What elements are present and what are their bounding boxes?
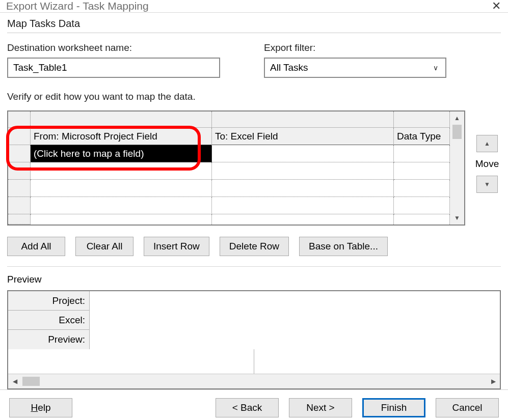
preview-value-excel bbox=[90, 311, 500, 330]
empty-type-3[interactable] bbox=[394, 180, 450, 197]
base-on-table-button[interactable]: Base on Table... bbox=[299, 237, 388, 256]
grid-vertical-scrollbar[interactable]: ▲ ▼ bbox=[450, 111, 464, 225]
add-all-button[interactable]: Add All bbox=[7, 237, 65, 256]
preview-title: Preview bbox=[7, 274, 501, 285]
hscroll-left-icon[interactable]: ◀ bbox=[8, 375, 21, 387]
mapping-grid[interactable]: From: Microsoft Project Field To: Excel … bbox=[7, 110, 465, 226]
worksheet-input[interactable] bbox=[7, 58, 220, 78]
empty-to-2[interactable] bbox=[212, 162, 394, 180]
move-column: ▲ Move ▼ bbox=[473, 110, 501, 226]
preview-box: Project: Excel: Preview: ◀ bbox=[7, 290, 501, 389]
grid-buttons-row: Add All Clear All Insert Row Delete Row … bbox=[7, 237, 501, 256]
insert-row-button[interactable]: Insert Row bbox=[144, 237, 209, 256]
header-type[interactable]: Data Type bbox=[394, 128, 450, 145]
row-selector-head[interactable] bbox=[8, 111, 31, 128]
preview-rows: Project: Excel: Preview: bbox=[8, 291, 500, 374]
chevron-down-icon: ∨ bbox=[433, 64, 440, 72]
mapping-area: From: Microsoft Project Field To: Excel … bbox=[7, 110, 501, 226]
grid-data-row-4 bbox=[8, 197, 450, 214]
filter-value: All Tasks bbox=[270, 62, 308, 73]
preview-label-excel: Excel: bbox=[8, 311, 90, 330]
mapping-grid-wrap: From: Microsoft Project Field To: Excel … bbox=[7, 110, 465, 226]
wizard-footer: Help < Back Next > Finish Cancel bbox=[0, 389, 508, 420]
row-head-3[interactable] bbox=[8, 180, 31, 197]
empty-type-5[interactable] bbox=[394, 214, 450, 225]
section-title: Map Tasks Data bbox=[7, 18, 501, 30]
empty-to-4[interactable] bbox=[212, 197, 394, 214]
preview-row-project: Project: bbox=[8, 291, 500, 311]
move-label: Move bbox=[475, 158, 499, 170]
header-to[interactable]: To: Excel Field bbox=[212, 128, 394, 145]
empty-to-5[interactable] bbox=[212, 214, 394, 225]
grid-data-row-2 bbox=[8, 162, 450, 180]
titlebar: Export Wizard - Task Mapping ✕ bbox=[0, 0, 508, 13]
preview-row-blank bbox=[8, 349, 500, 374]
preview-blank-right bbox=[254, 349, 500, 374]
spacer-to bbox=[212, 111, 394, 128]
move-down-button[interactable]: ▼ bbox=[476, 176, 498, 193]
hscroll-thumb[interactable] bbox=[22, 377, 40, 386]
preview-label-preview: Preview: bbox=[8, 330, 90, 349]
close-icon[interactable]: ✕ bbox=[492, 1, 501, 12]
triangle-down-icon: ▼ bbox=[484, 181, 490, 188]
cancel-button[interactable]: Cancel bbox=[436, 398, 499, 417]
finish-button[interactable]: Finish bbox=[362, 398, 425, 417]
grid-body: From: Microsoft Project Field To: Excel … bbox=[8, 111, 450, 225]
grid-data-row-5 bbox=[8, 214, 450, 225]
row-head-2[interactable] bbox=[8, 162, 31, 180]
scroll-thumb[interactable] bbox=[452, 125, 462, 139]
delete-row-button[interactable]: Delete Row bbox=[220, 237, 289, 256]
export-wizard-window: Export Wizard - Task Mapping ✕ Map Tasks… bbox=[0, 0, 508, 420]
filter-field: Export filter: All Tasks ∨ bbox=[264, 42, 447, 78]
map-field-type-cell[interactable] bbox=[394, 145, 450, 162]
preview-value-project bbox=[90, 291, 500, 311]
divider bbox=[7, 33, 501, 33]
preview-value-preview bbox=[90, 330, 500, 349]
worksheet-field: Destination worksheet name: bbox=[7, 42, 223, 78]
worksheet-label: Destination worksheet name: bbox=[7, 42, 223, 53]
scroll-down-icon[interactable]: ▼ bbox=[451, 212, 463, 223]
preview-row-excel: Excel: bbox=[8, 311, 500, 330]
preview-label-project: Project: bbox=[8, 291, 90, 311]
next-button[interactable]: Next > bbox=[289, 398, 352, 417]
header-from[interactable]: From: Microsoft Project Field bbox=[31, 128, 212, 145]
preview-row-preview: Preview: bbox=[8, 330, 500, 349]
help-button[interactable]: Help bbox=[9, 398, 72, 417]
row-head-5[interactable] bbox=[8, 214, 31, 225]
triangle-up-icon: ▲ bbox=[484, 140, 490, 147]
hscroll-right-icon[interactable]: ▶ bbox=[487, 375, 500, 387]
row-head-4[interactable] bbox=[8, 197, 31, 214]
empty-type-2[interactable] bbox=[394, 162, 450, 180]
grid-data-row-1: (Click here to map a field) bbox=[8, 145, 450, 162]
move-up-button[interactable]: ▲ bbox=[476, 135, 498, 152]
content-area: Map Tasks Data Destination worksheet nam… bbox=[0, 13, 508, 389]
window-title: Export Wizard - Task Mapping bbox=[6, 0, 149, 12]
grid-top-spacer bbox=[8, 111, 450, 128]
preview-horizontal-scrollbar[interactable]: ◀ ▶ bbox=[8, 374, 500, 388]
mapping-description: Verify or edit how you want to map the d… bbox=[7, 91, 501, 102]
filter-label: Export filter: bbox=[264, 42, 447, 53]
empty-from-4[interactable] bbox=[31, 197, 212, 214]
map-field-from-cell[interactable]: (Click here to map a field) bbox=[31, 145, 212, 162]
empty-type-4[interactable] bbox=[394, 197, 450, 214]
clear-all-button[interactable]: Clear All bbox=[75, 237, 133, 256]
empty-from-2[interactable] bbox=[31, 162, 212, 180]
grid-header-row: From: Microsoft Project Field To: Excel … bbox=[8, 128, 450, 145]
row-head-1[interactable] bbox=[8, 145, 31, 162]
grid-data-row-3 bbox=[8, 180, 450, 197]
empty-from-3[interactable] bbox=[31, 180, 212, 197]
row-head bbox=[8, 128, 31, 145]
empty-to-3[interactable] bbox=[212, 180, 394, 197]
empty-from-5[interactable] bbox=[31, 214, 212, 225]
filter-select[interactable]: All Tasks ∨ bbox=[264, 58, 446, 78]
back-button[interactable]: < Back bbox=[216, 398, 279, 417]
fields-row: Destination worksheet name: Export filte… bbox=[7, 42, 501, 78]
preview-divider bbox=[7, 266, 501, 267]
map-field-to-cell[interactable] bbox=[212, 145, 394, 162]
spacer-type bbox=[394, 111, 450, 128]
preview-blank-left bbox=[8, 349, 254, 374]
spacer-from bbox=[31, 111, 212, 128]
scroll-up-icon[interactable]: ▲ bbox=[451, 113, 463, 124]
